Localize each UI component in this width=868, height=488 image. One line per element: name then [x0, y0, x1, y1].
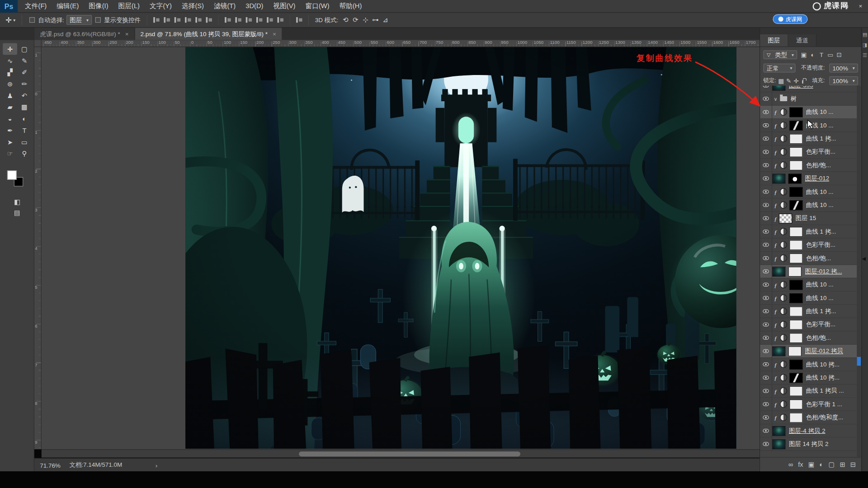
lasso-tool[interactable]: ∿ [3, 55, 17, 66]
visibility-toggle[interactable] [760, 265, 772, 278]
layer-row[interactable]: ƒ曲线 1 拷... [760, 305, 857, 318]
layer-name[interactable]: 图层 14 拷贝 2 [789, 440, 829, 448]
close-icon[interactable]: × [125, 30, 129, 37]
dock-panel-icon-2[interactable]: ◨ [863, 42, 867, 47]
distribute-top-icon[interactable] [224, 16, 232, 23]
layer-name[interactable]: 色相/饱... [806, 161, 831, 169]
layer-mask-thumbnail[interactable] [788, 174, 802, 183]
layer-thumbnail[interactable] [789, 187, 802, 197]
healing-brush-tool[interactable]: ⊛ [3, 78, 17, 90]
distribute-hcenter-icon[interactable] [266, 16, 274, 23]
layer-row[interactable]: 图层-012 拷... [760, 265, 857, 278]
layer-row[interactable]: ƒ曲线 1 拷... [760, 132, 857, 145]
auto-select-checkbox[interactable] [29, 17, 35, 23]
layer-name[interactable]: 曲线 10 ... [806, 121, 834, 129]
layer-thumbnail[interactable] [789, 413, 802, 422]
filter-smart-objects-icon[interactable]: ⊡ [835, 51, 844, 58]
distribute-vcenter-icon[interactable] [234, 16, 242, 23]
3d-rotate-icon[interactable]: ⟲ [340, 16, 350, 24]
new-group-icon[interactable]: ▢ [828, 461, 835, 468]
fill-field[interactable]: 100%▾ [829, 76, 858, 85]
layer-thumbnail[interactable] [789, 200, 802, 210]
visibility-toggle[interactable] [760, 172, 772, 185]
visibility-toggle[interactable] [760, 238, 772, 251]
layer-row[interactable]: ƒ曲线 1 拷贝 ... [760, 385, 857, 398]
vertical-ruler[interactable]: 10123456789 [34, 47, 42, 449]
panel-tab-通道[interactable]: 通道 [788, 34, 816, 47]
3d-scale-icon[interactable]: ⊿ [380, 16, 390, 24]
layer-row[interactable]: 图层-595 [760, 86, 857, 93]
layer-name[interactable]: 图层-012 拷贝 [805, 347, 843, 355]
zoom-level-field[interactable]: 71.76% [40, 462, 61, 469]
layer-row[interactable]: ƒ图层 15 [760, 212, 857, 225]
visibility-toggle[interactable] [760, 278, 772, 291]
status-options-arrow[interactable]: › [156, 462, 157, 469]
chevron-down-icon[interactable]: ∨ [772, 96, 779, 101]
layer-name[interactable]: 曲线 10 ... [806, 281, 834, 289]
visibility-toggle[interactable] [760, 358, 772, 371]
clone-stamp-tool[interactable]: ♟ [3, 89, 17, 101]
visibility-toggle[interactable] [760, 145, 772, 158]
layer-thumbnail[interactable] [772, 267, 785, 277]
visibility-toggle[interactable] [760, 331, 772, 344]
visibility-toggle[interactable] [760, 371, 772, 384]
layer-thumbnail[interactable] [772, 174, 785, 183]
visibility-toggle[interactable] [760, 86, 772, 92]
layer-thumbnail[interactable] [772, 86, 785, 90]
visibility-toggle[interactable] [760, 344, 772, 357]
3d-drag-icon[interactable]: ⊹ [360, 16, 370, 24]
close-icon[interactable]: × [273, 30, 276, 37]
visibility-toggle[interactable] [760, 411, 772, 424]
layer-name[interactable]: 曲线 1 拷贝 ... [806, 387, 844, 395]
layer-name[interactable]: 曲线 10 ... [806, 294, 834, 302]
lock-all-icon[interactable] [802, 80, 803, 83]
align-top-icon[interactable] [184, 16, 192, 23]
delete-layer-icon[interactable]: ⊟ [850, 461, 856, 468]
layer-row[interactable]: ƒ色彩平衡... [760, 239, 857, 252]
visibility-toggle[interactable] [760, 291, 772, 305]
menu-item[interactable]: 选择(S) [177, 0, 209, 13]
lock-transparent-icon[interactable]: ▦ [778, 77, 784, 84]
layer-name[interactable]: 图层-012 拷... [805, 267, 842, 275]
layer-name[interactable]: 图层 15 [796, 214, 816, 222]
layer-row[interactable]: ƒ曲线 10 ... [760, 119, 857, 132]
panel-collapse-arrow-icon[interactable]: ◀ [862, 256, 866, 261]
marquee-tool[interactable]: ▢ [17, 43, 32, 55]
layer-name[interactable]: 图层-012 [805, 174, 829, 183]
filter-pixel-layers-icon[interactable]: ▣ [799, 51, 808, 58]
layer-row[interactable]: ∨树 [760, 92, 857, 105]
quick-selection-tool[interactable]: ✎ [17, 55, 32, 66]
opacity-field[interactable]: 100%▾ [829, 64, 858, 73]
layer-thumbnail[interactable] [789, 240, 802, 250]
layer-thumbnail[interactable] [789, 333, 802, 343]
layer-name[interactable]: 曲线 1 拷... [806, 307, 836, 315]
layer-thumbnail[interactable] [789, 280, 802, 290]
layer-name[interactable]: 色相/饱... [806, 333, 831, 342]
panel-tab-图层[interactable]: 图层 [760, 34, 788, 47]
layer-row[interactable]: ƒ曲线 10 ... [760, 291, 857, 305]
screen-mode-icon[interactable]: ▤ [10, 209, 24, 217]
lock-position-icon[interactable]: ✛ [793, 77, 798, 84]
layer-name[interactable]: 曲线 1 拷... [806, 227, 836, 235]
visibility-toggle[interactable] [760, 119, 772, 132]
layer-name[interactable]: 色彩平衡... [806, 148, 835, 156]
layer-name[interactable]: 树 [791, 94, 797, 103]
document-tab[interactable]: 虎课.psd @ 63.6%(RGB/8#) *× [34, 28, 135, 40]
layer-row[interactable]: ƒ曲线 10 ... [760, 199, 857, 212]
visibility-toggle[interactable] [760, 252, 772, 265]
align-vcenter-icon[interactable] [194, 16, 203, 23]
link-layers-icon[interactable]: ∞ [788, 461, 793, 468]
layer-name[interactable]: 曲线 10 ... [806, 108, 834, 116]
document-tab[interactable]: 2.psd @ 71.8% (曲线 10 拷贝 39, 图层蒙版/8) *× [135, 28, 282, 40]
visibility-toggle[interactable] [760, 132, 772, 145]
visibility-toggle[interactable] [760, 198, 772, 211]
new-layer-icon[interactable]: ⊞ [840, 461, 845, 468]
menu-item[interactable]: 视图(V) [268, 0, 300, 13]
layer-effects-icon[interactable]: fx [798, 461, 803, 468]
layer-name[interactable]: 曲线 10 拷... [806, 374, 840, 382]
quick-mask-icon[interactable]: ◧ [10, 198, 24, 206]
layer-thumbnail[interactable] [789, 134, 802, 144]
menu-item[interactable]: 图层(L) [113, 0, 145, 13]
layer-row[interactable]: ƒ色相/饱... [760, 331, 857, 344]
new-adjustment-layer-icon[interactable]: ◐ [820, 461, 824, 468]
